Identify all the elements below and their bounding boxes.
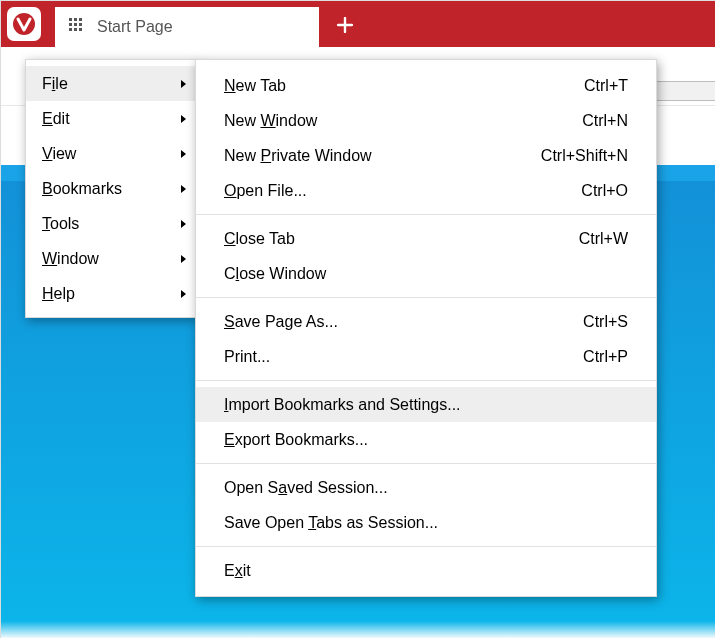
menu-shortcut: Ctrl+P: [583, 348, 628, 366]
menu-shortcut: Ctrl+S: [583, 313, 628, 331]
submenu-arrow-icon: [180, 145, 188, 163]
main-menu-item[interactable]: Tools: [26, 206, 196, 241]
menu-shortcut: Ctrl+T: [584, 77, 628, 95]
file-submenu: New TabCtrl+TNew WindowCtrl+NNew Private…: [195, 59, 657, 597]
svg-point-0: [13, 13, 35, 35]
svg-rect-9: [79, 28, 82, 31]
svg-rect-7: [69, 28, 72, 31]
menu-item-label: View: [42, 145, 180, 163]
svg-rect-6: [79, 23, 82, 26]
menu-item-label: Tools: [42, 215, 180, 233]
main-menu-item[interactable]: File: [26, 66, 196, 101]
menu-item-label: Export Bookmarks...: [224, 431, 628, 449]
file-menu-item[interactable]: Import Bookmarks and Settings...: [196, 387, 656, 422]
submenu-arrow-icon: [180, 285, 188, 303]
submenu-arrow-icon: [180, 110, 188, 128]
menu-separator: [196, 463, 656, 464]
menu-item-label: Close Tab: [224, 230, 539, 248]
submenu-arrow-icon: [180, 180, 188, 198]
file-menu-item[interactable]: Save Open Tabs as Session...: [196, 505, 656, 540]
file-menu-item[interactable]: New TabCtrl+T: [196, 68, 656, 103]
submenu-arrow-icon: [180, 75, 188, 93]
menu-item-label: Import Bookmarks and Settings...: [224, 396, 628, 414]
svg-rect-8: [74, 28, 77, 31]
file-menu-item[interactable]: New Private WindowCtrl+Shift+N: [196, 138, 656, 173]
main-menu-item[interactable]: Help: [26, 276, 196, 311]
svg-rect-3: [79, 18, 82, 21]
url-bar-fragment: [656, 81, 715, 101]
svg-rect-2: [74, 18, 77, 21]
main-menu: FileEditViewBookmarksToolsWindowHelp: [25, 59, 197, 318]
bottom-fade: [1, 621, 715, 638]
menu-item-label: Open Saved Session...: [224, 479, 628, 497]
file-menu-item[interactable]: Open Saved Session...: [196, 470, 656, 505]
svg-rect-5: [74, 23, 77, 26]
file-menu-item[interactable]: Export Bookmarks...: [196, 422, 656, 457]
svg-rect-4: [69, 23, 72, 26]
file-menu-item[interactable]: Open File...Ctrl+O: [196, 173, 656, 208]
menu-item-label: New Tab: [224, 77, 544, 95]
menu-item-label: Save Page As...: [224, 313, 543, 331]
submenu-arrow-icon: [180, 215, 188, 233]
file-menu-item[interactable]: Save Page As...Ctrl+S: [196, 304, 656, 339]
vivaldi-logo[interactable]: [7, 7, 41, 41]
menu-item-label: New Private Window: [224, 147, 501, 165]
new-tab-button[interactable]: [333, 13, 357, 37]
main-menu-item[interactable]: Bookmarks: [26, 171, 196, 206]
tab-title: Start Page: [97, 18, 173, 36]
file-menu-item[interactable]: Print...Ctrl+P: [196, 339, 656, 374]
menu-shortcut: Ctrl+Shift+N: [541, 147, 628, 165]
menu-item-label: Print...: [224, 348, 543, 366]
menu-separator: [196, 214, 656, 215]
menu-item-label: Bookmarks: [42, 180, 180, 198]
main-menu-item[interactable]: View: [26, 136, 196, 171]
menu-item-label: New Window: [224, 112, 542, 130]
menu-separator: [196, 380, 656, 381]
menu-item-label: Help: [42, 285, 180, 303]
menu-separator: [196, 297, 656, 298]
menu-item-label: Edit: [42, 110, 180, 128]
file-menu-item[interactable]: Exit: [196, 553, 656, 588]
submenu-arrow-icon: [180, 250, 188, 268]
main-menu-item[interactable]: Edit: [26, 101, 196, 136]
menu-item-label: File: [42, 75, 180, 93]
tab-start-page[interactable]: Start Page: [55, 7, 319, 47]
menu-separator: [196, 546, 656, 547]
file-menu-item[interactable]: Close Window: [196, 256, 656, 291]
menu-item-label: Save Open Tabs as Session...: [224, 514, 628, 532]
menu-shortcut: Ctrl+N: [582, 112, 628, 130]
speed-dial-icon: [69, 18, 83, 36]
menu-shortcut: Ctrl+O: [581, 182, 628, 200]
svg-rect-1: [69, 18, 72, 21]
main-menu-item[interactable]: Window: [26, 241, 196, 276]
file-menu-item[interactable]: Close TabCtrl+W: [196, 221, 656, 256]
title-bar: Start Page: [1, 1, 715, 47]
file-menu-item[interactable]: New WindowCtrl+N: [196, 103, 656, 138]
menu-item-label: Open File...: [224, 182, 541, 200]
menu-shortcut: Ctrl+W: [579, 230, 628, 248]
menu-item-label: Exit: [224, 562, 628, 580]
menu-item-label: Window: [42, 250, 180, 268]
menu-item-label: Close Window: [224, 265, 628, 283]
